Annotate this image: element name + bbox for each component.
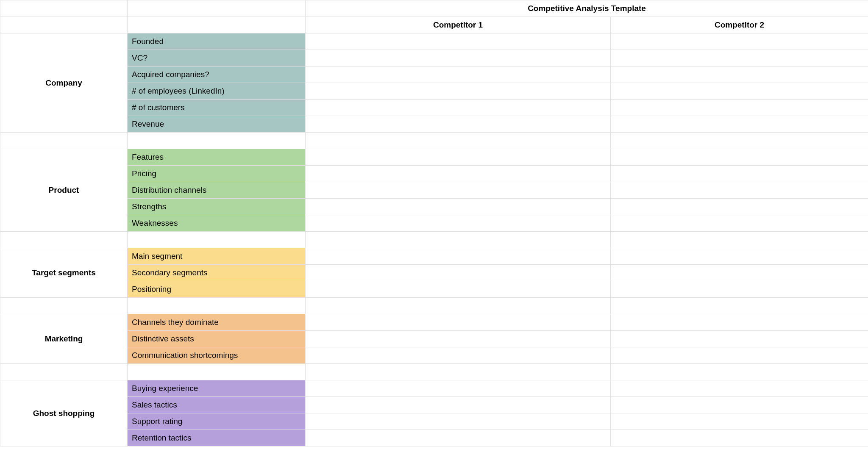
header-competitor-1[interactable]: Competitor 1 [306,17,611,33]
attribute-label[interactable]: Weaknesses [128,215,306,232]
section-label: Target segments [0,248,128,298]
spacer-cell[interactable] [0,364,128,380]
data-cell-competitor-2[interactable] [611,116,868,133]
data-cell-competitor-1[interactable] [306,265,611,281]
data-cell-competitor-2[interactable] [611,67,868,83]
data-cell-competitor-1[interactable] [306,67,611,83]
spacer-cell[interactable] [306,364,611,380]
attribute-label[interactable]: Revenue [128,116,306,133]
attribute-label[interactable]: # of employees (LinkedIn) [128,83,306,100]
spacer-cell[interactable] [128,298,306,314]
data-cell-competitor-1[interactable] [306,281,611,298]
attribute-label[interactable]: Secondary segments [128,265,306,281]
data-cell-competitor-1[interactable] [306,199,611,215]
cell-blank[interactable] [128,0,306,17]
data-cell-competitor-1[interactable] [306,182,611,199]
section-label: Ghost shopping [0,380,128,446]
data-cell-competitor-2[interactable] [611,413,868,430]
attribute-label[interactable]: Support rating [128,413,306,430]
data-cell-competitor-2[interactable] [611,314,868,331]
attribute-label[interactable]: Channels they dominate [128,314,306,331]
section-label: Marketing [0,314,128,364]
attribute-label[interactable]: Features [128,149,306,166]
cell-blank[interactable] [0,17,128,33]
data-cell-competitor-1[interactable] [306,397,611,413]
data-cell-competitor-1[interactable] [306,166,611,182]
data-cell-competitor-2[interactable] [611,100,868,116]
attribute-label[interactable]: Acquired companies? [128,67,306,83]
data-cell-competitor-2[interactable] [611,215,868,232]
sheet-title: Competitive Analysis Template [306,0,868,17]
attribute-label[interactable]: Retention tactics [128,430,306,446]
data-cell-competitor-1[interactable] [306,248,611,265]
attribute-label[interactable]: Pricing [128,166,306,182]
data-cell-competitor-1[interactable] [306,83,611,100]
data-cell-competitor-1[interactable] [306,33,611,50]
data-cell-competitor-1[interactable] [306,331,611,347]
attribute-label[interactable]: # of customers [128,100,306,116]
attribute-label[interactable]: Distribution channels [128,182,306,199]
spacer-cell[interactable] [611,232,868,248]
data-cell-competitor-1[interactable] [306,347,611,364]
attribute-label[interactable]: Positioning [128,281,306,298]
spacer-cell[interactable] [0,298,128,314]
spacer-cell[interactable] [128,133,306,149]
spacer-cell[interactable] [128,364,306,380]
attribute-label[interactable]: Strengths [128,199,306,215]
data-cell-competitor-2[interactable] [611,50,868,67]
section-label: Product [0,149,128,232]
data-cell-competitor-1[interactable] [306,215,611,232]
data-cell-competitor-2[interactable] [611,347,868,364]
spacer-cell[interactable] [306,133,611,149]
data-cell-competitor-1[interactable] [306,430,611,446]
data-cell-competitor-1[interactable] [306,50,611,67]
spacer-cell[interactable] [128,232,306,248]
header-competitor-2[interactable]: Competitor 2 [611,17,868,33]
attribute-label[interactable]: VC? [128,50,306,67]
data-cell-competitor-2[interactable] [611,248,868,265]
data-cell-competitor-2[interactable] [611,331,868,347]
data-cell-competitor-2[interactable] [611,83,868,100]
data-cell-competitor-2[interactable] [611,149,868,166]
spacer-cell[interactable] [611,298,868,314]
data-cell-competitor-1[interactable] [306,100,611,116]
data-cell-competitor-2[interactable] [611,182,868,199]
attribute-label[interactable]: Main segment [128,248,306,265]
cell-blank[interactable] [128,17,306,33]
data-cell-competitor-1[interactable] [306,149,611,166]
data-cell-competitor-1[interactable] [306,380,611,397]
data-cell-competitor-1[interactable] [306,314,611,331]
data-cell-competitor-2[interactable] [611,281,868,298]
spacer-cell[interactable] [0,232,128,248]
data-cell-competitor-2[interactable] [611,397,868,413]
data-cell-competitor-2[interactable] [611,166,868,182]
data-cell-competitor-2[interactable] [611,430,868,446]
section-label: Company [0,33,128,133]
attribute-label[interactable]: Buying experience [128,380,306,397]
cell-blank[interactable] [0,0,128,17]
data-cell-competitor-2[interactable] [611,265,868,281]
attribute-label[interactable]: Sales tactics [128,397,306,413]
spacer-cell[interactable] [306,298,611,314]
spacer-cell[interactable] [611,133,868,149]
attribute-label[interactable]: Communication shortcomings [128,347,306,364]
spacer-cell[interactable] [611,364,868,380]
data-cell-competitor-1[interactable] [306,116,611,133]
data-cell-competitor-2[interactable] [611,33,868,50]
spacer-cell[interactable] [306,232,611,248]
competitive-analysis-table[interactable]: Competitive Analysis TemplateCompetitor … [0,0,868,446]
data-cell-competitor-1[interactable] [306,413,611,430]
data-cell-competitor-2[interactable] [611,380,868,397]
attribute-label[interactable]: Founded [128,33,306,50]
data-cell-competitor-2[interactable] [611,199,868,215]
attribute-label[interactable]: Distinctive assets [128,331,306,347]
spacer-cell[interactable] [0,133,128,149]
